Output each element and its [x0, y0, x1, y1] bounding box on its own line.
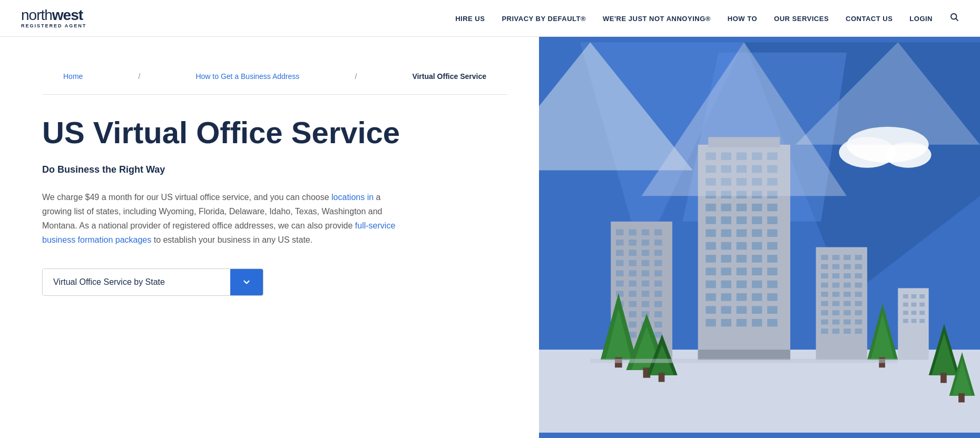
svg-rect-162	[832, 328, 840, 334]
svg-rect-106	[642, 281, 650, 287]
svg-rect-105	[629, 281, 636, 287]
nav-link-contact-us[interactable]: CONTACT US	[846, 15, 893, 23]
nav-item-our-services[interactable]: OUR SERVICES	[774, 14, 829, 23]
breadcrumb-current: Virtual Office Service	[412, 72, 486, 81]
city-illustration-svg	[539, 37, 980, 438]
svg-rect-88	[616, 240, 624, 246]
svg-rect-108	[616, 291, 624, 297]
svg-rect-63	[721, 281, 731, 288]
svg-rect-142	[832, 283, 840, 288]
state-dropdown-wrapper[interactable]: Virtual Office Service by State	[42, 268, 263, 296]
nav-item-contact-us[interactable]: CONTACT US	[846, 14, 893, 23]
svg-rect-168	[919, 294, 925, 298]
svg-rect-130	[832, 255, 840, 260]
svg-point-0	[951, 14, 957, 19]
svg-rect-145	[821, 292, 828, 297]
svg-rect-74	[737, 306, 747, 314]
svg-rect-46	[767, 229, 777, 237]
svg-rect-97	[629, 260, 636, 266]
nav-item-login[interactable]: LOGIN	[909, 14, 933, 23]
svg-rect-115	[654, 301, 662, 307]
svg-rect-40	[752, 216, 762, 224]
svg-rect-52	[705, 255, 716, 263]
search-icon[interactable]	[949, 13, 959, 24]
svg-rect-57	[705, 267, 716, 275]
dropdown-label[interactable]: Virtual Office Service by State	[43, 269, 230, 295]
svg-rect-94	[642, 250, 650, 256]
svg-rect-77	[705, 319, 716, 327]
dropdown-button[interactable]	[230, 269, 263, 295]
formation-link[interactable]: full-service business formation packages	[42, 221, 395, 244]
svg-rect-171	[919, 303, 925, 307]
svg-rect-66	[767, 281, 777, 288]
svg-rect-119	[654, 311, 662, 317]
svg-rect-59	[737, 267, 747, 275]
svg-rect-53	[721, 255, 731, 263]
svg-rect-32	[705, 204, 716, 212]
svg-rect-67	[705, 293, 716, 301]
svg-rect-104	[616, 281, 624, 287]
nav-link-our-services[interactable]: OUR SERVICES	[774, 15, 829, 23]
svg-rect-177	[919, 319, 925, 323]
svg-rect-73	[721, 306, 731, 314]
svg-rect-163	[844, 328, 851, 334]
svg-rect-149	[821, 301, 828, 306]
svg-rect-146	[832, 292, 840, 297]
nav-item-hire-us[interactable]: HIRE US	[455, 14, 485, 23]
svg-rect-98	[642, 260, 650, 266]
svg-rect-58	[721, 267, 731, 275]
nav-item-privacy[interactable]: PRIVACY BY DEFAULT®	[502, 14, 586, 23]
svg-rect-192	[940, 373, 947, 383]
svg-rect-43	[721, 229, 731, 237]
svg-rect-79	[737, 319, 747, 327]
svg-line-1	[956, 18, 958, 21]
svg-rect-37	[705, 216, 716, 224]
logo[interactable]: northwest REGISTERED AGENT	[21, 8, 86, 28]
svg-rect-48	[721, 242, 731, 250]
nav-link-login[interactable]: LOGIN	[909, 15, 933, 23]
svg-rect-156	[855, 310, 863, 315]
svg-rect-151	[844, 301, 851, 306]
svg-rect-173	[912, 311, 917, 315]
locations-link[interactable]: locations in	[331, 193, 374, 202]
svg-rect-117	[629, 311, 636, 317]
svg-rect-113	[629, 301, 636, 307]
svg-rect-134	[832, 264, 840, 270]
svg-rect-92	[616, 250, 624, 256]
nav-link-hire-us[interactable]: HIRE US	[455, 15, 485, 23]
svg-rect-170	[912, 303, 917, 307]
svg-rect-144	[855, 283, 863, 288]
svg-rect-81	[767, 319, 777, 327]
chevron-down-icon	[242, 277, 251, 287]
svg-rect-133	[821, 264, 828, 270]
svg-rect-155	[844, 310, 851, 315]
svg-rect-91	[654, 240, 662, 246]
svg-rect-68	[721, 293, 731, 301]
svg-rect-147	[844, 292, 851, 297]
hero-subtitle: Do Business the Right Way	[42, 164, 507, 175]
nav-item-search[interactable]	[949, 12, 959, 24]
svg-rect-33	[721, 204, 731, 212]
svg-rect-55	[752, 255, 762, 263]
svg-rect-51	[767, 242, 777, 250]
svg-point-9	[885, 142, 932, 168]
svg-rect-143	[844, 283, 851, 288]
nav-item-how-to[interactable]: HOW TO	[728, 14, 757, 23]
svg-rect-45	[752, 229, 762, 237]
svg-rect-82	[698, 350, 790, 360]
svg-rect-84	[616, 229, 624, 235]
svg-rect-60	[752, 267, 762, 275]
nav-link-how-to[interactable]: HOW TO	[728, 15, 757, 23]
breadcrumb-home[interactable]: Home	[63, 72, 83, 81]
svg-rect-136	[855, 264, 863, 270]
svg-rect-85	[629, 229, 636, 235]
nav-item-not-annoying[interactable]: WE'RE JUST NOT ANNOYING®	[603, 14, 711, 23]
breadcrumb-parent[interactable]: How to Get a Business Address	[195, 72, 299, 81]
nav-link-privacy[interactable]: PRIVACY BY DEFAULT®	[502, 15, 586, 23]
svg-rect-153	[821, 310, 828, 315]
svg-rect-102	[642, 270, 650, 276]
svg-rect-44	[737, 229, 747, 237]
svg-rect-34	[737, 204, 747, 212]
svg-rect-160	[855, 320, 863, 325]
nav-link-not-annoying[interactable]: WE'RE JUST NOT ANNOYING®	[603, 15, 711, 23]
